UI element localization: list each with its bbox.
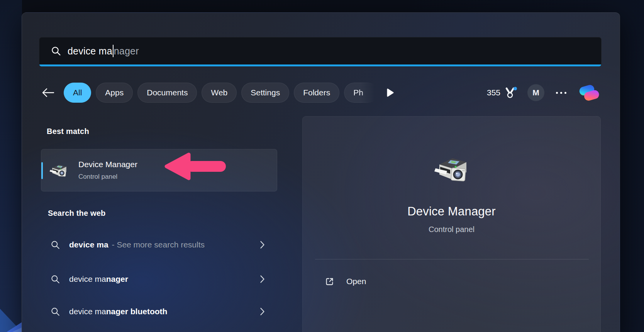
chevron-right-icon <box>260 241 265 249</box>
tab-photos-truncated[interactable]: Ph <box>344 83 378 103</box>
copilot-button[interactable] <box>578 81 600 104</box>
open-label: Open <box>346 277 366 286</box>
preview-subtitle: Control panel <box>303 225 600 234</box>
arrow-left-icon <box>41 87 55 98</box>
search-the-web-heading: Search the web <box>48 209 106 218</box>
divider <box>315 259 589 259</box>
chevron-right-icon <box>260 307 265 316</box>
web-suggestion-device-manager-bluetooth[interactable]: device manager bluetooth <box>41 302 271 321</box>
rewards-button[interactable]: 355 <box>487 86 517 99</box>
chevron-right-icon <box>260 275 265 283</box>
tab-apps[interactable]: Apps <box>96 83 133 103</box>
search-icon <box>51 274 60 284</box>
text-caret <box>113 45 114 57</box>
search-inline-completion: nager <box>114 46 139 57</box>
tab-web[interactable]: Web <box>202 83 237 103</box>
account-avatar[interactable]: M <box>527 84 544 101</box>
device-manager-icon-large <box>433 151 470 188</box>
suggestion-text: device manager <box>69 274 128 284</box>
tab-folders[interactable]: Folders <box>294 83 339 103</box>
account-cluster: 355 M <box>487 81 603 104</box>
result-preview-card: Device Manager Control panel Open <box>302 116 601 332</box>
more-options-button[interactable] <box>554 90 568 95</box>
back-button[interactable] <box>39 84 57 102</box>
web-suggestion-see-more[interactable]: device ma- See more search results <box>41 235 271 254</box>
best-match-result-device-manager[interactable]: Device Manager Control panel <box>41 149 277 191</box>
result-title: Device Manager <box>78 160 137 169</box>
suggestion-text: device manager bluetooth <box>69 307 167 316</box>
tabs-overflow-button[interactable] <box>386 88 394 97</box>
rewards-points: 355 <box>487 88 500 97</box>
wallpaper-triangle <box>0 0 22 332</box>
search-typed-text: device ma <box>68 46 112 57</box>
play-triangle-icon <box>386 88 394 97</box>
search-filter-bar: All Apps Documents Web Settings Folders … <box>39 80 603 105</box>
tab-documents[interactable]: Documents <box>137 83 197 103</box>
device-manager-icon <box>49 161 68 180</box>
copilot-logo-icon <box>578 81 600 104</box>
desktop: device manager All Apps Documents Web Se… <box>0 0 644 332</box>
tab-all[interactable]: All <box>64 83 91 103</box>
wallpaper-triangle <box>0 0 22 332</box>
best-match-text: Device Manager Control panel <box>78 160 137 180</box>
web-suggestion-device-manager[interactable]: device manager <box>41 270 271 288</box>
windows-search-flyout: device manager All Apps Documents Web Se… <box>22 12 620 332</box>
preview-title: Device Manager <box>303 205 600 219</box>
search-icon <box>51 240 60 250</box>
result-subtitle: Control panel <box>78 173 137 181</box>
best-match-heading: Best match <box>47 127 89 136</box>
search-input[interactable]: device manager <box>39 37 602 67</box>
external-link-icon <box>324 276 335 287</box>
desktop-wallpaper-strip <box>0 0 22 332</box>
search-icon <box>51 307 60 317</box>
suggestion-text: device ma- See more search results <box>69 240 205 249</box>
open-action[interactable]: Open <box>324 271 371 292</box>
search-query-text: device manager <box>68 45 139 57</box>
rewards-trophy-icon <box>504 86 517 99</box>
tab-settings[interactable]: Settings <box>241 83 289 103</box>
wallpaper-triangle <box>0 0 22 332</box>
search-icon <box>51 46 61 56</box>
